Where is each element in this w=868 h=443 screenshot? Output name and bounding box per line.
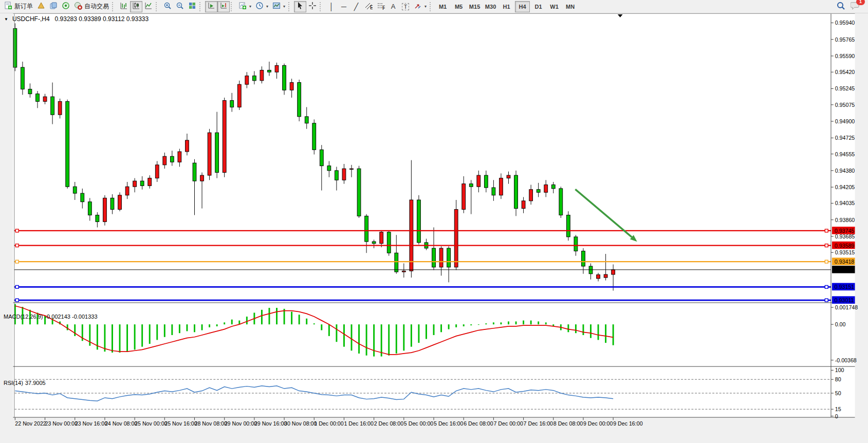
macd-histogram-bar xyxy=(171,324,173,335)
toolbar-grip xyxy=(156,2,159,11)
line-handle[interactable] xyxy=(15,299,19,302)
line-handle[interactable] xyxy=(825,299,828,302)
macd-histogram-bar xyxy=(186,324,188,331)
bar-chart-button[interactable] xyxy=(118,1,130,12)
line-chart-button[interactable] xyxy=(142,1,155,12)
candle xyxy=(215,133,219,172)
timeframe-button-MN[interactable]: MN xyxy=(563,1,578,12)
zoom-in-button[interactable] xyxy=(161,1,174,12)
price-line-badge-label: 0.93745 xyxy=(835,228,855,234)
line-handle[interactable] xyxy=(15,260,19,263)
toolbar-grip xyxy=(199,2,203,11)
cone-icon xyxy=(37,2,45,11)
macd-histogram-bar xyxy=(411,324,412,346)
periodicity-button[interactable]: ▾ xyxy=(253,1,270,12)
timeframe-button-M5[interactable]: M5 xyxy=(451,1,466,12)
trendline-tool-button[interactable]: ╱ xyxy=(350,1,362,12)
new-chart-icon xyxy=(238,2,247,11)
timeframe-button-D1[interactable]: D1 xyxy=(531,1,546,12)
macd-histogram-bar xyxy=(598,324,599,340)
price-line-badge-label: 0.93011 xyxy=(835,297,854,303)
new-chart-button[interactable]: ▾ xyxy=(236,1,253,12)
vertical-line-tool-button[interactable]: │ xyxy=(325,1,338,12)
timeframe-button-H1[interactable]: H1 xyxy=(499,1,514,12)
horizontal-line-tool-button[interactable]: ─ xyxy=(338,1,350,12)
price-axis-label: 0.94555 xyxy=(835,151,855,157)
candle xyxy=(477,175,481,187)
chevron-down-icon: ▾ xyxy=(424,4,427,9)
candle xyxy=(298,83,301,117)
macd-histogram-bar xyxy=(231,320,233,324)
line-handle[interactable] xyxy=(15,244,19,247)
line-handle[interactable] xyxy=(15,285,19,288)
candle xyxy=(73,187,77,193)
macd-histogram-bar xyxy=(164,324,165,337)
autotrading-button[interactable]: 自动交易 xyxy=(72,1,111,12)
time-axis-label: 2 Dec 08:00 xyxy=(374,420,404,427)
time-axis-label: 24 Nov 08:00 xyxy=(105,420,137,427)
arrows-tool-button[interactable]: ▾ xyxy=(412,1,429,12)
line-chart-icon xyxy=(144,2,153,11)
line-handle[interactable] xyxy=(825,260,828,263)
auto-scroll-button[interactable] xyxy=(205,1,217,12)
market-watch-button[interactable] xyxy=(35,1,47,12)
rsi-value: 37.9005 xyxy=(25,380,46,386)
candle xyxy=(103,198,107,222)
timeframe-button-M1[interactable]: M1 xyxy=(435,1,450,12)
macd-histogram-bar xyxy=(396,324,397,354)
candle xyxy=(260,70,264,81)
timeframe-button-M30[interactable]: M30 xyxy=(483,1,498,12)
notifications-chat-button[interactable]: 1 xyxy=(851,1,861,12)
time-axis-label: 29 Nov 16:00 xyxy=(254,420,287,427)
candlestick-chart-button[interactable] xyxy=(130,1,142,12)
macd-histogram-bar xyxy=(366,324,367,356)
templates-button[interactable]: ▾ xyxy=(270,1,287,12)
price-axis-label: 0.95940 xyxy=(835,20,855,26)
candle xyxy=(439,248,443,267)
candle xyxy=(612,270,615,274)
toolbar-grip xyxy=(320,2,323,11)
line-handle[interactable] xyxy=(825,229,828,232)
chart-shift-button[interactable] xyxy=(217,1,230,12)
candle xyxy=(140,181,144,186)
line-handle[interactable] xyxy=(15,229,19,232)
zoom-out-button[interactable] xyxy=(174,1,186,12)
line-handle[interactable] xyxy=(825,285,828,288)
data-window-button[interactable] xyxy=(47,1,60,12)
candle xyxy=(507,175,510,178)
macd-histogram-bar xyxy=(104,324,105,352)
macd-histogram-bar xyxy=(112,324,113,353)
text-tool-button[interactable]: A xyxy=(387,1,399,12)
candle xyxy=(327,166,331,171)
timeframe-button-H4[interactable]: H4 xyxy=(515,1,530,12)
timeframe-button-M15[interactable]: M15 xyxy=(467,1,482,12)
channel-tool-button[interactable]: E xyxy=(362,1,375,12)
candle xyxy=(432,248,436,267)
navigator-button[interactable] xyxy=(60,1,72,12)
collapse-triangle-icon[interactable]: ▼ xyxy=(4,17,8,22)
search-icon[interactable] xyxy=(836,1,845,12)
tile-windows-button[interactable] xyxy=(186,1,198,12)
new-order-button[interactable]: 新订单 xyxy=(2,1,35,12)
chart-background xyxy=(13,13,855,418)
text-label-tool-button[interactable]: T xyxy=(399,1,412,12)
line-handle[interactable] xyxy=(825,244,828,247)
candle xyxy=(589,266,593,274)
clock-icon xyxy=(255,2,264,11)
crosshair-button[interactable] xyxy=(306,1,319,12)
chevron-down-icon: ▾ xyxy=(283,4,285,9)
candle xyxy=(597,275,600,279)
candle xyxy=(88,202,91,215)
chart-canvas[interactable]: 0.959400.957650.955900.954200.952450.950… xyxy=(0,13,868,443)
macd-histogram-bar xyxy=(119,324,121,353)
svg-text:F: F xyxy=(382,5,385,10)
price-axis-label: 0.94380 xyxy=(835,168,855,174)
time-axis-label: 1 Dec 16:00 xyxy=(344,420,374,427)
fibonacci-tool-button[interactable]: F xyxy=(375,1,387,12)
time-axis-label: 25 Nov 16:00 xyxy=(164,420,197,427)
macd-histogram-bar xyxy=(485,323,487,324)
text-label-icon: T xyxy=(402,3,410,10)
timeframe-button-W1[interactable]: W1 xyxy=(547,1,562,12)
rsi-indicator-label: RSI(14)37.9005 xyxy=(4,380,48,386)
cursor-button[interactable] xyxy=(294,1,306,12)
